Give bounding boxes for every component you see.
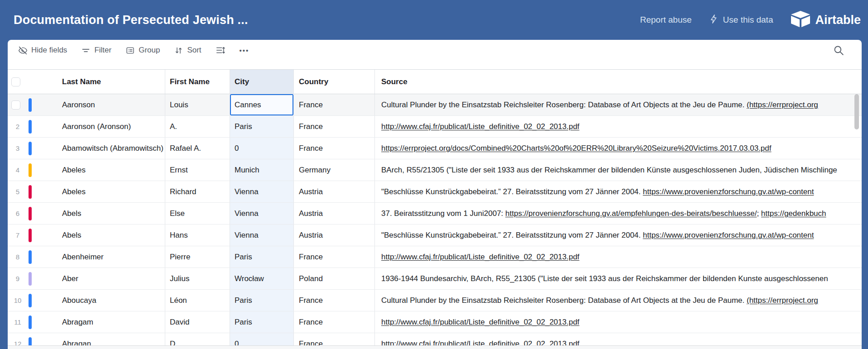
table-row[interactable]: 3 Abamowitsch (Abramowitsch) Rafael A. 0… bbox=[8, 138, 862, 159]
source-link[interactable]: http://www.cfaj.fr/publicat/Liste_defini… bbox=[381, 122, 580, 131]
cell-last-name[interactable]: Aber bbox=[34, 268, 165, 289]
cell-last-name[interactable]: Abenheimer bbox=[34, 246, 165, 268]
airtable-logo[interactable]: Airtable bbox=[790, 10, 861, 29]
cell-first-name[interactable]: David bbox=[165, 311, 230, 333]
more-options-button[interactable]: ••• bbox=[240, 47, 249, 54]
cell-city[interactable]: Vienna bbox=[230, 181, 294, 202]
view-toolbar: Hide fields Filter Group bbox=[8, 40, 862, 61]
cell-source[interactable]: http://www.cfaj.fr/publicat/Liste_defini… bbox=[375, 311, 862, 333]
cell-last-name[interactable]: Aboucaya bbox=[34, 290, 165, 311]
column-header-city[interactable]: City bbox=[230, 70, 294, 94]
cell-city[interactable]: Paris bbox=[230, 311, 294, 333]
cell-first-name[interactable]: Hans bbox=[165, 225, 230, 246]
cell-city[interactable]: Vienna bbox=[230, 225, 294, 246]
source-link[interactable]: http://www.cfaj.fr/publicat/Liste_defini… bbox=[381, 253, 580, 261]
use-this-data-button[interactable]: Use this data bbox=[709, 14, 773, 26]
cell-last-name[interactable]: Abeles bbox=[34, 181, 165, 202]
cell-first-name[interactable]: A. bbox=[165, 116, 230, 137]
cell-first-name[interactable]: Léon bbox=[165, 290, 230, 311]
cell-country[interactable]: France bbox=[294, 246, 375, 268]
column-header-last-name[interactable]: Last Name bbox=[34, 70, 165, 94]
cell-source[interactable]: BArch, R55/21305 ("Liste der seit 1933 a… bbox=[375, 159, 862, 181]
table-row[interactable]: 4 Abeles Ernst Munich Germany BArch, R55… bbox=[8, 159, 862, 181]
cell-source[interactable]: http://www.cfaj.fr/publicat/Liste_defini… bbox=[375, 116, 862, 137]
table-row[interactable]: 8 Abenheimer Pierre Paris France http://… bbox=[8, 246, 862, 268]
table-row[interactable]: Aaronson Louis Cannes France Cultural Pl… bbox=[8, 94, 862, 116]
row-checkbox[interactable] bbox=[11, 100, 20, 110]
cell-last-name[interactable]: Abels bbox=[34, 203, 165, 224]
table-row[interactable]: 2 Aaronson (Aronson) A. Paris France htt… bbox=[8, 116, 862, 138]
select-all-checkbox[interactable] bbox=[11, 77, 20, 86]
cell-source[interactable]: https://errproject.org/docs/Combined%20C… bbox=[375, 138, 862, 159]
row-number: 11 bbox=[11, 311, 24, 333]
cell-source[interactable]: "Beschlüsse Kunstrückgabebeirat.” 27. Be… bbox=[375, 225, 862, 246]
cell-country[interactable]: Austria bbox=[294, 225, 375, 246]
cell-first-name[interactable]: Richard bbox=[165, 181, 230, 202]
cell-source[interactable]: Cultural Plunder by the Einsatzstab Reic… bbox=[375, 290, 862, 311]
column-header-source[interactable]: Source bbox=[375, 70, 862, 94]
source-link[interactable]: https://errproject.org/docs/Combined%20C… bbox=[381, 144, 772, 153]
row-color-bar bbox=[29, 229, 32, 242]
group-button[interactable]: Group bbox=[125, 46, 160, 55]
cell-city[interactable]: Paris bbox=[230, 290, 294, 311]
cell-source[interactable]: http://www.cfaj.fr/publicat/Liste_defini… bbox=[375, 246, 862, 268]
cell-city[interactable]: Vienna bbox=[230, 203, 294, 224]
row-height-button[interactable] bbox=[216, 45, 225, 55]
cell-last-name[interactable]: Aaronson bbox=[34, 94, 165, 115]
cell-last-name[interactable]: Abels bbox=[34, 225, 165, 246]
cell-country[interactable]: France bbox=[294, 94, 375, 115]
cell-city[interactable]: 0 bbox=[230, 138, 294, 159]
cell-country[interactable]: France bbox=[294, 116, 375, 137]
cell-last-name[interactable]: Abamowitsch (Abramowitsch) bbox=[34, 138, 165, 159]
cell-city[interactable]: Paris bbox=[230, 116, 294, 137]
source-link[interactable]: http://www.cfaj.fr/publicat/Liste_defini… bbox=[381, 318, 580, 326]
table-row[interactable]: 6 Abels Else Vienna Austria 37. Beiratss… bbox=[8, 203, 862, 225]
source-link[interactable]: https://provenienzforschung.gv.at/empfeh… bbox=[505, 209, 757, 218]
cell-country[interactable]: Austria bbox=[294, 181, 375, 202]
table-row[interactable]: 11 Abragam David Paris France http://www… bbox=[8, 311, 862, 333]
cell-country[interactable]: Austria bbox=[294, 203, 375, 224]
cell-last-name[interactable]: Abeles bbox=[34, 159, 165, 181]
cell-city[interactable]: Wrocław bbox=[230, 268, 294, 289]
column-header-first-name[interactable]: First Name bbox=[165, 70, 230, 94]
cell-source[interactable]: "Beschlüsse Kunstrückgabebeirat.” 27. Be… bbox=[375, 181, 862, 202]
search-button[interactable] bbox=[833, 44, 844, 58]
table-footer-bar bbox=[8, 345, 862, 349]
cell-first-name[interactable]: Ernst bbox=[165, 159, 230, 181]
source-link[interactable]: https://www.provenienzforschung.gv.at/wp… bbox=[643, 187, 814, 196]
cell-first-name[interactable]: Else bbox=[165, 203, 230, 224]
cell-first-name[interactable]: Rafael A. bbox=[165, 138, 230, 159]
table-row[interactable]: 5 Abeles Richard Vienna Austria "Beschlü… bbox=[8, 181, 862, 203]
hide-fields-button[interactable]: Hide fields bbox=[18, 46, 67, 55]
report-abuse-link[interactable]: Report abuse bbox=[640, 15, 691, 25]
source-link[interactable]: (https://errproject.org bbox=[747, 296, 818, 305]
cell-source[interactable]: 37. Beiratsstitzung vom 1 Juni2007: http… bbox=[375, 203, 862, 224]
cell-country[interactable]: France bbox=[294, 290, 375, 311]
source-link[interactable]: https://gedenkbuch bbox=[761, 209, 826, 218]
cell-source[interactable]: Cultural Plunder by the Einsatzstab Reic… bbox=[375, 94, 862, 115]
cell-city-selected[interactable]: Cannes bbox=[230, 94, 294, 115]
cell-last-name[interactable]: Abragam bbox=[34, 311, 165, 333]
source-link[interactable]: https://www.provenienzforschung.gv.at/wp… bbox=[643, 231, 814, 239]
cell-city[interactable]: Paris bbox=[230, 246, 294, 268]
column-header-country[interactable]: Country bbox=[294, 70, 375, 94]
table-row[interactable]: 9 Aber Julius Wrocław Poland 1936-1944 B… bbox=[8, 268, 862, 290]
vertical-scrollbar-thumb[interactable] bbox=[854, 94, 859, 129]
table-row[interactable]: 7 Abels Hans Vienna Austria "Beschlüsse … bbox=[8, 225, 862, 246]
cell-country[interactable]: Poland bbox=[294, 268, 375, 289]
sort-button[interactable]: Sort bbox=[174, 46, 201, 55]
cell-country[interactable]: Germany bbox=[294, 159, 375, 181]
records-grid: Last Name First Name City Country Source… bbox=[8, 69, 862, 349]
cell-country[interactable]: France bbox=[294, 311, 375, 333]
cell-first-name[interactable]: Pierre bbox=[165, 246, 230, 268]
cell-city[interactable]: Munich bbox=[230, 159, 294, 181]
cell-first-name[interactable]: Julius bbox=[165, 268, 230, 289]
filter-button[interactable]: Filter bbox=[81, 46, 111, 55]
row-number: 2 bbox=[11, 116, 24, 137]
table-row[interactable]: 10 Aboucaya Léon Paris France Cultural P… bbox=[8, 290, 862, 311]
cell-source[interactable]: 1936-1944 Bundesarchiv, BArch, R55_21305… bbox=[375, 268, 862, 289]
cell-last-name[interactable]: Aaronson (Aronson) bbox=[34, 116, 165, 137]
cell-country[interactable]: France bbox=[294, 138, 375, 159]
cell-first-name[interactable]: Louis bbox=[165, 94, 230, 115]
source-link[interactable]: (https://errproject.org bbox=[747, 100, 818, 109]
